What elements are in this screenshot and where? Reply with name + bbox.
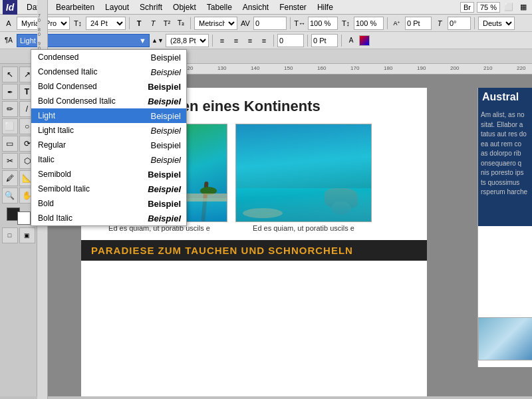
font-dropdown-item-semibold[interactable]: SemiboldBeispiel xyxy=(31,167,186,182)
language-select[interactable]: Deutsch xyxy=(478,17,515,30)
menu-hilfe[interactable]: Hilfe xyxy=(312,1,338,13)
tracking-input[interactable] xyxy=(277,34,304,47)
scale-y-icon[interactable]: T↕ xyxy=(340,17,352,29)
rect-tool[interactable]: ▭ xyxy=(2,136,18,152)
font-dropdown-item-light[interactable]: LightBeispiel xyxy=(31,108,186,123)
char-style-icon[interactable]: A xyxy=(3,17,15,29)
ruler-mark: 200 xyxy=(450,65,459,71)
separator4 xyxy=(387,17,388,29)
skew-input[interactable] xyxy=(448,17,471,30)
font-item-preview: Beispiel xyxy=(148,82,181,92)
align-center-icon[interactable]: ≡ xyxy=(230,35,242,47)
view-mode-icon[interactable]: ⬜ xyxy=(503,1,515,13)
font-dropdown-item-bold-condensed[interactable]: Bold CondensedBeispiel xyxy=(31,79,186,94)
photo-2-caption: Ed es quiam, ut poratib uscils e xyxy=(235,222,372,234)
toolbar-paragraph: ¶A Light ▼ ▲▼ (28,8 Pt) ≡ ≡ ≡ ≡ A xyxy=(0,32,532,49)
font-style-dropdown: CondensedBeispielCondensed ItalicBeispie… xyxy=(31,49,187,226)
font-dropdown-item-bold-condensed-italic[interactable]: Bold Condensed ItalicBeispiel xyxy=(31,94,186,108)
menu-schrift[interactable]: Schrift xyxy=(134,1,168,13)
pen-tool[interactable]: ✒ xyxy=(2,84,18,100)
superscript-icon[interactable]: T² xyxy=(161,17,173,29)
toolbar-character: A Myriad Pro T↕ 24 Pt T T T² T₂ Metrisch… xyxy=(0,15,532,32)
menu-objekt[interactable]: Objekt xyxy=(168,1,201,13)
font-item-name: Bold Italic xyxy=(38,213,148,223)
ruler-mark: 160 xyxy=(317,65,326,71)
baseline-icon[interactable]: A⁺ xyxy=(391,17,403,29)
ruler-mark: 190 xyxy=(417,65,426,71)
font-item-name: Bold xyxy=(38,199,148,208)
font-dropdown-item-semibold-italic[interactable]: Semibold ItalicBeispiel xyxy=(31,182,186,196)
right-sidebar: Austral Am alist, as no sitat. Ellabor a… xyxy=(477,88,532,367)
font-item-preview: Beispiel xyxy=(150,67,181,77)
screen-mode-icon[interactable]: ▦ xyxy=(517,1,529,13)
align-right-icon[interactable]: ≡ xyxy=(244,35,256,47)
menu-tabelle[interactable]: Tabelle xyxy=(201,1,237,13)
font-item-name: Bold Condensed xyxy=(38,82,148,91)
kerning-icon[interactable]: AV xyxy=(239,17,251,29)
font-item-name: Condensed xyxy=(38,53,150,62)
color-swatch[interactable] xyxy=(359,35,370,46)
font-item-name: Semibold Italic xyxy=(38,184,148,194)
ruler-mark: 170 xyxy=(350,65,359,71)
font-size-select[interactable]: 24 Pt xyxy=(86,17,126,30)
menu-layout[interactable]: Layout xyxy=(100,1,134,13)
font-item-preview: Beispiel xyxy=(150,140,181,150)
subscript-icon[interactable]: T₂ xyxy=(175,17,187,29)
kerning-input[interactable] xyxy=(253,17,287,30)
bold-icon[interactable]: T xyxy=(133,17,145,29)
scale-x-icon[interactable]: T↔ xyxy=(294,17,306,29)
font-item-preview: Beispiel xyxy=(148,213,181,223)
indent-input[interactable] xyxy=(311,34,338,47)
font-item-preview: Beispiel xyxy=(150,126,181,136)
eyedropper-tool[interactable]: 🖉 xyxy=(2,170,18,186)
italic-icon[interactable]: T xyxy=(147,17,159,29)
font-item-name: Light Italic xyxy=(38,126,150,135)
font-size-select2[interactable]: (28,8 Pt) xyxy=(166,34,209,47)
font-dropdown-item-bold[interactable]: BoldBeispiel xyxy=(31,196,186,211)
font-item-preview: Beispiel xyxy=(148,170,181,180)
preview-mode[interactable]: ▣ xyxy=(19,227,35,243)
font-dropdown-item-condensed-italic[interactable]: Condensed ItalicBeispiel xyxy=(31,65,186,79)
para-style-icon[interactable]: ¶A xyxy=(3,35,15,47)
skew-icon[interactable]: T xyxy=(434,17,446,29)
scissors-tool[interactable]: ✂ xyxy=(2,153,18,169)
ruler-mark: 130 xyxy=(217,65,226,71)
pencil-tool[interactable]: ✏ xyxy=(2,101,18,117)
font-dropdown-item-light-italic[interactable]: Light ItalicBeispiel xyxy=(31,123,186,138)
menu-ansicht[interactable]: Ansicht xyxy=(237,1,274,13)
font-style-up-icon[interactable]: ▲▼ xyxy=(152,35,164,47)
zoom-tool[interactable]: 🔍 xyxy=(2,188,18,203)
zoom-level[interactable]: 75 % xyxy=(477,2,500,13)
background-color[interactable] xyxy=(17,211,31,225)
font-item-name: Bold Condensed Italic xyxy=(38,96,148,106)
font-family-icon[interactable]: T↕ xyxy=(72,17,84,29)
menu-fenster[interactable]: Fenster xyxy=(274,1,312,13)
align-justify-icon[interactable]: ≡ xyxy=(258,35,270,47)
font-dropdown-item-italic[interactable]: ItalicBeispiel xyxy=(31,152,186,167)
unit-select[interactable]: Metrisch xyxy=(194,17,237,30)
align-left-icon[interactable]: ≡ xyxy=(216,35,228,47)
font-dropdown-item-condensed[interactable]: CondensedBeispiel xyxy=(31,50,186,65)
photo-2-image xyxy=(235,124,372,222)
scale-y-input[interactable] xyxy=(354,17,384,30)
font-item-preview: Beispiel xyxy=(148,96,181,106)
separator9 xyxy=(341,35,342,47)
ruler-mark: 220 xyxy=(517,65,525,71)
font-style-select[interactable]: Light ▼ xyxy=(17,34,150,47)
font-dropdown-item-regular[interactable]: RegularBeispiel xyxy=(31,138,186,152)
color-fill-icon[interactable]: A xyxy=(345,35,357,47)
scale-x-input[interactable] xyxy=(308,17,338,30)
bridge-button[interactable]: Br xyxy=(460,2,474,13)
rect-frame-tool[interactable]: ⬜ xyxy=(2,118,18,134)
separator8 xyxy=(307,35,308,47)
separator2 xyxy=(190,17,191,29)
menu-bearbeiten[interactable]: Bearbeiten xyxy=(51,1,100,13)
sidebar-text: Am alist, as no sitat. Ellabor a tatus a… xyxy=(478,106,532,226)
selection-tool[interactable]: ↖ xyxy=(2,66,18,82)
normal-mode[interactable]: □ xyxy=(2,227,18,243)
font-item-preview: Beispiel xyxy=(148,184,181,194)
separator5 xyxy=(474,17,475,29)
separator6 xyxy=(212,35,213,47)
baseline-input[interactable] xyxy=(405,17,432,30)
font-dropdown-item-bold-italic[interactable]: Bold ItalicBeispiel xyxy=(31,211,186,225)
